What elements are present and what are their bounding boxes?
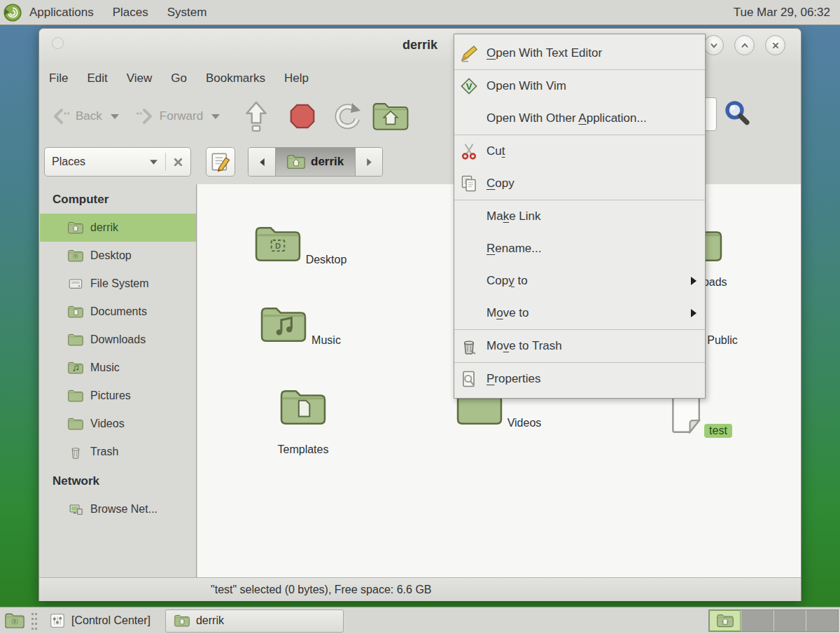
minimize-button[interactable] bbox=[704, 35, 724, 55]
menu-item-open-with-vim[interactable]: VOpen With Vim bbox=[454, 70, 705, 102]
search-button[interactable] bbox=[722, 99, 752, 128]
sidebar-item-videos[interactable]: Videos bbox=[40, 410, 196, 438]
sidebar-item-label: Trash bbox=[90, 446, 118, 458]
breadcrumb: derrik bbox=[248, 147, 383, 177]
control-center-icon bbox=[50, 613, 65, 628]
bottom-panel: D [Control Center]derrik bbox=[0, 607, 840, 634]
back-icon bbox=[50, 106, 71, 127]
maximize-button[interactable] bbox=[734, 35, 755, 55]
cut-icon bbox=[460, 142, 478, 160]
sidebar-item-label: Pictures bbox=[90, 390, 131, 402]
menu-view[interactable]: View bbox=[127, 71, 153, 85]
trash-icon bbox=[68, 444, 83, 460]
sidebar-item-downloads[interactable]: Downloads bbox=[40, 326, 196, 354]
workspace-3[interactable] bbox=[774, 610, 806, 631]
clock-applet[interactable]: Tue Mar 29, 06:32 bbox=[734, 6, 830, 20]
sidebar-item-desktop[interactable]: DDesktop bbox=[40, 242, 196, 270]
menu-go[interactable]: Go bbox=[171, 71, 187, 85]
menu-item-properties[interactable]: Properties bbox=[454, 363, 705, 395]
task--control-center-[interactable]: [Control Center] bbox=[41, 609, 160, 633]
menu-item-open-with-text-editor[interactable]: Open With Text Editor bbox=[454, 37, 705, 69]
workspace-1[interactable] bbox=[709, 610, 741, 631]
task-label: [Control Center] bbox=[71, 614, 150, 627]
menu-edit[interactable]: Edit bbox=[87, 71, 107, 85]
top-menu-applications[interactable]: Applications bbox=[29, 6, 94, 20]
sidebar-item-browse-net-[interactable]: Browse Net... bbox=[40, 495, 196, 523]
folder-pictures-icon bbox=[68, 388, 83, 404]
file-label: test bbox=[704, 424, 732, 438]
sidebar-item-label: Downloads bbox=[90, 333, 146, 346]
workspace-4[interactable] bbox=[806, 610, 838, 631]
file-templates[interactable]: Templates bbox=[254, 387, 352, 457]
menu-file[interactable]: File bbox=[49, 71, 68, 85]
menu-item-copy-to[interactable]: Copy to bbox=[454, 265, 705, 297]
sidebar-close-icon[interactable] bbox=[173, 157, 183, 167]
menu-item-rename-[interactable]: Rename... bbox=[454, 233, 705, 265]
refresh-button[interactable] bbox=[329, 98, 365, 135]
breadcrumb-current[interactable]: derrik bbox=[275, 148, 356, 176]
close-button[interactable] bbox=[765, 35, 785, 55]
blank-icon bbox=[460, 240, 478, 258]
task-derrik[interactable]: derrik bbox=[165, 609, 344, 633]
home-button[interactable] bbox=[372, 98, 409, 135]
file-label: Desktop bbox=[301, 253, 352, 267]
file-label: Public bbox=[702, 333, 743, 347]
sidebar-item-trash[interactable]: Trash bbox=[40, 438, 196, 466]
sidebar-item-label: Documents bbox=[90, 305, 147, 318]
folder-icon bbox=[280, 387, 326, 429]
sidebar-item-music[interactable]: Music bbox=[40, 354, 196, 382]
menu-item-label: Move to bbox=[486, 306, 529, 320]
menu-item-copy[interactable]: Copy bbox=[454, 167, 705, 200]
menu-item-label: Move to Trash bbox=[486, 339, 562, 353]
panel-handle[interactable] bbox=[31, 612, 38, 630]
top-menu-system[interactable]: System bbox=[167, 6, 207, 20]
forward-history-caret-icon[interactable] bbox=[211, 114, 220, 119]
menu-bookmarks[interactable]: Bookmarks bbox=[206, 71, 265, 85]
home-folder-icon bbox=[174, 613, 190, 628]
menu-help[interactable]: Help bbox=[284, 71, 309, 85]
home-folder-icon bbox=[68, 220, 83, 235]
menu-item-move-to[interactable]: Move to bbox=[454, 297, 705, 329]
menu-item-open-with-other-application-[interactable]: Open With Other Application... bbox=[454, 102, 705, 135]
sidebar-mode-label: Places bbox=[52, 156, 85, 168]
folder-videos-icon bbox=[68, 416, 83, 432]
sidebar-mode-select[interactable]: Places bbox=[44, 147, 191, 177]
back-button[interactable]: Back bbox=[48, 102, 122, 131]
workspace-2[interactable] bbox=[741, 610, 773, 631]
mint-menu-icon[interactable] bbox=[3, 3, 22, 22]
breadcrumb-right-icon[interactable] bbox=[356, 148, 382, 176]
text-editor-icon bbox=[460, 44, 478, 62]
folder-downloads-icon bbox=[68, 332, 83, 347]
top-menu-places[interactable]: Places bbox=[113, 6, 148, 20]
forward-button[interactable]: Forward bbox=[132, 102, 223, 131]
menu-item-cut[interactable]: Cut bbox=[454, 135, 705, 167]
menu-item-move-to-trash[interactable]: Move to Trash bbox=[454, 330, 705, 362]
edit-location-button[interactable] bbox=[206, 147, 235, 177]
folder-icon bbox=[260, 305, 307, 347]
back-history-caret-icon[interactable] bbox=[111, 114, 119, 119]
context-menu: Open With Text EditorVOpen With VimOpen … bbox=[454, 34, 706, 399]
statusbar: "test" selected (0 bytes), Free space: 6… bbox=[39, 577, 801, 601]
show-desktop-button[interactable]: D bbox=[1, 609, 28, 633]
sidebar-section-network: Network bbox=[40, 466, 196, 495]
sidebar-item-pictures[interactable]: Pictures bbox=[40, 382, 196, 410]
home-folder-icon bbox=[717, 613, 734, 628]
breadcrumb-current-label: derrik bbox=[311, 155, 344, 169]
back-label: Back bbox=[76, 109, 102, 123]
sidebar-item-label: Browse Net... bbox=[90, 503, 158, 516]
file-desktop[interactable]: DDesktop bbox=[254, 224, 352, 267]
drive-icon bbox=[68, 276, 83, 291]
sidebar-item-documents[interactable]: Documents bbox=[40, 298, 196, 326]
blank-icon bbox=[460, 207, 478, 226]
file-music[interactable]: Music bbox=[254, 305, 352, 347]
up-button[interactable] bbox=[238, 98, 274, 135]
folder-icon: D bbox=[255, 224, 301, 266]
menu-item-make-link[interactable]: Make Link bbox=[454, 200, 705, 233]
sidebar-item-file-system[interactable]: File System bbox=[40, 270, 196, 298]
sidebar-item-derrik[interactable]: derrik bbox=[40, 214, 196, 242]
sidebar-section-computer: Computer bbox=[40, 184, 196, 214]
breadcrumb-left-icon[interactable] bbox=[248, 148, 275, 176]
stop-button[interactable] bbox=[284, 98, 321, 135]
folder-music-icon bbox=[68, 360, 83, 375]
menu-item-label: Copy bbox=[486, 177, 514, 191]
